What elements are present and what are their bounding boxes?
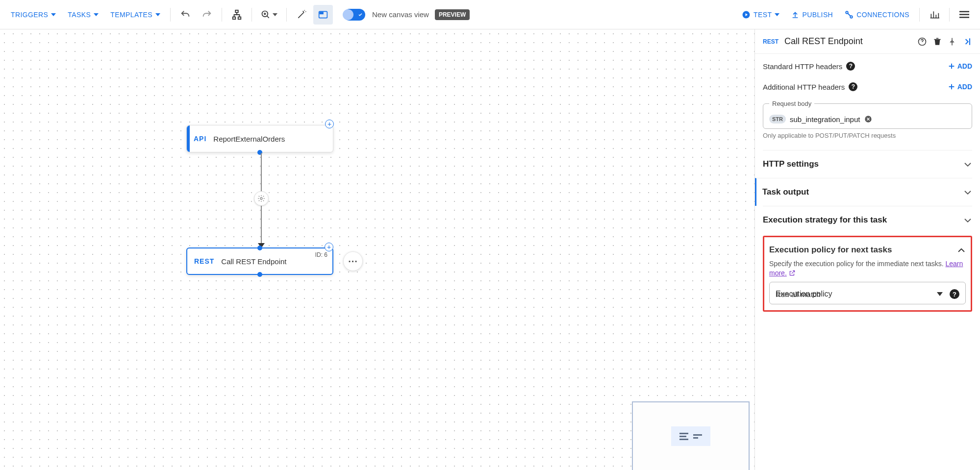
play-circle-icon <box>742 10 751 19</box>
help-button[interactable] <box>917 37 927 47</box>
panel-badge: REST <box>763 38 779 45</box>
panel-body: Standard HTTP headers ? ADD Additional H… <box>755 54 980 470</box>
sitemap-icon <box>231 9 242 20</box>
help-icon[interactable]: ? <box>846 62 855 71</box>
node-port-top[interactable] <box>257 246 262 250</box>
redo-icon <box>201 9 212 20</box>
test-button[interactable]: TEST <box>737 6 784 23</box>
undo-button[interactable] <box>176 5 195 25</box>
help-circle-icon <box>917 37 927 47</box>
layout-button[interactable] <box>227 5 247 25</box>
triggers-menu[interactable]: TRIGGERS <box>6 7 61 23</box>
http-settings-section[interactable]: HTTP settings <box>763 150 972 178</box>
request-body-field[interactable]: Request body STR sub_integration_input <box>763 100 972 129</box>
minimap-viewport <box>671 426 710 446</box>
canvas-view-toggle[interactable] <box>344 9 365 21</box>
side-panel: REST Call REST Endpoint Standard HTTP he… <box>754 29 980 470</box>
chip-remove-button[interactable] <box>864 115 873 124</box>
chart-button[interactable] <box>925 5 944 25</box>
execution-policy-section: Execution policy for next tasks Specify … <box>763 236 972 312</box>
section-title: HTTP settings <box>763 159 819 169</box>
node-accent <box>187 125 190 152</box>
edge-settings-button[interactable] <box>254 191 269 206</box>
svg-rect-1 <box>233 17 236 19</box>
chevron-down-icon <box>963 189 972 195</box>
test-label: TEST <box>754 11 772 19</box>
templates-menu[interactable]: TEMPLATES <box>105 7 165 23</box>
add-additional-header-button[interactable]: ADD <box>948 83 972 91</box>
canvas[interactable]: API ReportExternalOrders + REST Call RES… <box>0 29 754 470</box>
chevron-down-icon <box>94 13 99 16</box>
close-circle-icon <box>864 115 872 123</box>
delete-button[interactable] <box>933 37 942 47</box>
chip-value: sub_integration_input <box>790 115 860 124</box>
svg-rect-2 <box>238 17 241 19</box>
trigger-node[interactable]: API ReportExternalOrders + <box>186 125 333 152</box>
select-legend: Execution policy <box>776 290 832 298</box>
execution-strategy-section[interactable]: Execution strategy for this task <box>763 206 972 234</box>
panel-icon <box>318 10 328 19</box>
task-node[interactable]: REST Call REST Endpoint ID: 6 + <box>186 247 333 275</box>
external-link-icon <box>789 270 796 276</box>
add-standard-header-button[interactable]: ADD <box>948 62 972 70</box>
additional-headers-row: Additional HTTP headers ? ADD <box>763 82 972 91</box>
request-body-legend: Request body <box>769 100 814 107</box>
undo-icon <box>180 9 191 20</box>
chevron-down-icon <box>51 13 56 16</box>
bar-chart-icon <box>930 10 939 20</box>
help-icon[interactable]: ? <box>950 289 959 299</box>
panel-toggle-button[interactable] <box>313 5 333 25</box>
section-title: Execution strategy for this task <box>763 215 887 225</box>
plus-icon <box>948 83 955 91</box>
node-port-bottom[interactable] <box>257 272 262 277</box>
templates-label: TEMPLATES <box>110 11 152 19</box>
standard-headers-label: Standard HTTP headers <box>763 62 842 71</box>
svg-rect-12 <box>959 17 969 18</box>
divider <box>286 8 287 22</box>
wand-button[interactable] <box>292 5 311 25</box>
chevron-down-icon <box>963 217 972 223</box>
add-label: ADD <box>957 83 972 91</box>
request-body-chip[interactable]: STR sub_integration_input <box>769 115 873 124</box>
execution-policy-select[interactable]: Execution policy Run all match ? <box>769 282 966 304</box>
node-type: REST <box>194 257 214 265</box>
divider <box>251 8 252 22</box>
menu-button[interactable] <box>955 5 974 25</box>
pin-button[interactable] <box>948 37 956 47</box>
zoom-icon <box>261 10 271 20</box>
svg-point-13 <box>260 198 262 199</box>
chevron-up-icon[interactable] <box>957 247 966 253</box>
collapse-panel-button[interactable] <box>962 37 972 47</box>
hint-text: Specify the execution policy for the imm… <box>769 260 946 268</box>
preview-badge: PREVIEW <box>435 9 470 20</box>
publish-button[interactable]: PUBLISH <box>786 6 838 23</box>
standard-headers-row: Standard HTTP headers ? ADD <box>763 62 972 71</box>
chevron-down-icon <box>273 13 277 16</box>
publish-label: PUBLISH <box>802 11 833 19</box>
task-output-section[interactable]: Task output <box>755 178 972 206</box>
add-node-button[interactable]: + <box>325 243 333 251</box>
canvas-view-label: New canvas view <box>372 10 429 19</box>
chevron-down-icon <box>775 13 779 16</box>
zoom-menu[interactable] <box>257 5 281 25</box>
divider <box>949 8 950 22</box>
triggers-label: TRIGGERS <box>11 11 48 19</box>
panel-title: Call REST Endpoint <box>784 36 911 47</box>
section-title: Task output <box>762 187 809 197</box>
minimap[interactable] <box>632 401 750 470</box>
svg-rect-5 <box>320 12 323 14</box>
svg-rect-11 <box>959 14 969 15</box>
redo-button[interactable] <box>197 5 217 25</box>
connections-label: CONNECTIONS <box>856 11 909 19</box>
additional-headers-label: Additional HTTP headers <box>763 83 845 91</box>
node-type: API <box>194 135 206 143</box>
connections-button[interactable]: CONNECTIONS <box>840 6 914 23</box>
help-icon[interactable]: ? <box>849 82 857 91</box>
connections-icon <box>845 10 854 19</box>
divider <box>170 8 171 22</box>
chevron-down-icon <box>963 161 972 167</box>
add-node-button[interactable]: + <box>325 120 334 128</box>
node-more-button[interactable]: ··· <box>343 251 363 271</box>
request-body-helper: Only applicable to POST/PUT/PATCH reques… <box>763 132 972 139</box>
tasks-menu[interactable]: TASKS <box>63 7 103 23</box>
